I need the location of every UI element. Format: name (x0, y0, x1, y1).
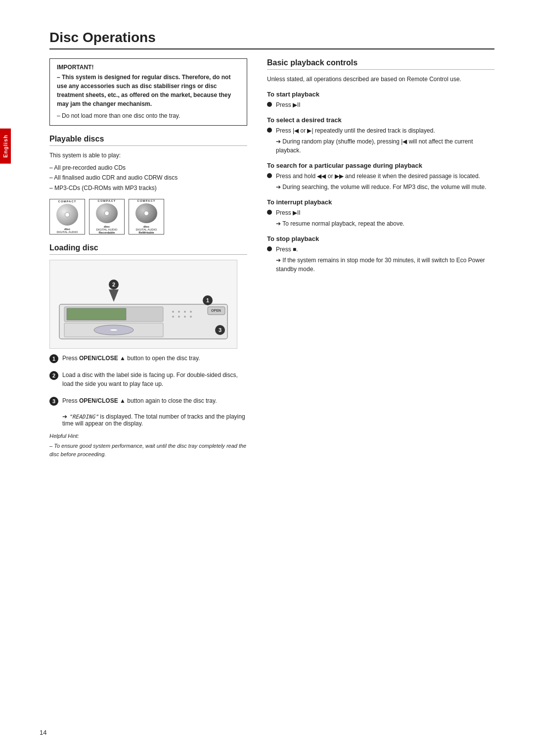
stop-playback-row: Press ■. (267, 245, 494, 254)
bullet-dot (267, 173, 272, 178)
select-track-row: Press |◀ or ▶| repeatedly until the desi… (267, 126, 494, 135)
page-title: Disc Operations (49, 30, 494, 49)
start-playback-section: To start playback Press ▶II (267, 91, 494, 109)
disc-images: COMPACT discDIGITAL AUDIO COMPACT discDI… (49, 199, 247, 235)
svg-marker-14 (109, 289, 119, 302)
stop-playback-title: To stop playback (267, 235, 494, 242)
helpful-hint: Helpful Hint: – To ensure good system pe… (49, 432, 247, 459)
left-column: IMPORTANT! – This system is designed for… (49, 58, 247, 468)
svg-point-7 (172, 316, 174, 318)
bullet-dot (267, 102, 272, 107)
search-passage-text: Press and hold ◀◀ or ▶▶ and release it w… (276, 172, 480, 181)
svg-point-9 (184, 316, 186, 318)
right-column: Basic playback controls Unless stated, a… (267, 58, 494, 468)
svg-point-10 (190, 316, 192, 318)
interrupt-playback-title: To interrupt playback (267, 198, 494, 206)
loading-disc-section: Loading disc (49, 243, 247, 459)
main-content: IMPORTANT! – This system is designed for… (49, 58, 494, 468)
start-playback-text: Press ▶II (276, 100, 301, 109)
bullet-dot (267, 128, 272, 133)
svg-text:1: 1 (206, 297, 209, 303)
search-passage-title: To search for a particular passage durin… (267, 162, 494, 169)
bullet-dot (267, 210, 272, 215)
list-item: All finalised audio CDR and audio CDRW d… (49, 173, 247, 183)
loading-steps-list: 1 Press OPEN/CLOSE ▲ button to open the … (49, 354, 247, 408)
interrupt-playback-section: To interrupt playback Press ▶II To resum… (267, 198, 494, 228)
svg-point-13 (110, 329, 118, 331)
search-passage-note: During searching, the volume will reduce… (276, 183, 494, 191)
loading-disc-heading: Loading disc (49, 243, 247, 255)
disc-graphic-2 (96, 203, 118, 223)
start-playback-row: Press ▶II (267, 100, 494, 109)
list-item: 3 Press OPEN/CLOSE ▲ button again to clo… (49, 396, 247, 408)
list-item: All pre-recorded audio CDs (49, 163, 247, 173)
bullet-dot (267, 246, 272, 251)
page: English Disc Operations IMPORTANT! – Thi… (0, 0, 534, 756)
important-title: IMPORTANT! (57, 64, 240, 71)
important-text-2: – Do not load more than one disc onto th… (57, 111, 240, 120)
svg-text:OPEN: OPEN (211, 309, 221, 312)
basic-playback-intro: Unless stated, all operations described … (267, 75, 494, 84)
svg-rect-2 (67, 308, 126, 320)
select-track-section: To select a desired track Press |◀ or ▶|… (267, 116, 494, 155)
svg-point-4 (178, 311, 180, 313)
playable-discs-intro: This system is able to play: (49, 151, 247, 160)
playable-discs-list: All pre-recorded audio CDs All finalised… (49, 163, 247, 193)
playable-discs-heading: Playable discs (49, 135, 247, 146)
interrupt-playback-text: Press ▶II (276, 208, 301, 217)
select-track-note: During random play (shuffle mode), press… (276, 137, 494, 155)
list-item: MP3-CDs (CD-ROMs with MP3 tracks) (49, 183, 247, 193)
basic-playback-heading: Basic playback controls (267, 58, 494, 70)
stop-playback-text: Press ■. (276, 245, 298, 254)
interrupt-playback-note: To resume normal playback, repeat the ab… (276, 219, 494, 228)
list-item: 2 Load a disc with the label side is fac… (49, 371, 247, 391)
disc-type-3: COMPACT discDIGITAL AUDIOReWritable (129, 199, 164, 235)
basic-playback-section: Basic playback controls Unless stated, a… (267, 58, 494, 274)
svg-text:2: 2 (112, 282, 115, 287)
svg-text:3: 3 (219, 327, 222, 333)
stop-playback-section: To stop playback Press ■. If the system … (267, 235, 494, 274)
svg-point-6 (190, 311, 192, 313)
important-text-1: – This system is designed for regular di… (57, 73, 240, 108)
disc-type-1: COMPACT discDIGITAL AUDIO (49, 199, 85, 235)
disc-graphic-1 (56, 204, 78, 226)
interrupt-playback-row: Press ▶II (267, 208, 494, 217)
reading-note: "READING" is displayed. The total number… (62, 413, 247, 427)
disc-graphic-3 (135, 203, 157, 223)
important-box: IMPORTANT! – This system is designed for… (49, 58, 247, 126)
device-svg: 2 OPEN 3 1 (54, 265, 232, 344)
start-playback-title: To start playback (267, 91, 494, 98)
disc-type-2: COMPACT discDIGITAL AUDIORecordable (89, 199, 125, 235)
playable-discs-section: Playable discs This system is able to pl… (49, 135, 247, 235)
list-item: 1 Press OPEN/CLOSE ▲ button to open the … (49, 354, 247, 366)
page-number: 14 (40, 729, 46, 736)
loading-disc-image: 2 OPEN 3 1 (49, 260, 237, 349)
svg-point-5 (184, 311, 186, 313)
stop-playback-note: If the system remains in stop mode for 3… (276, 256, 494, 274)
select-track-text: Press |◀ or ▶| repeatedly until the desi… (276, 126, 435, 135)
svg-point-3 (172, 311, 174, 313)
search-passage-row: Press and hold ◀◀ or ▶▶ and release it w… (267, 172, 494, 181)
select-track-title: To select a desired track (267, 116, 494, 124)
svg-point-8 (178, 316, 180, 318)
search-passage-section: To search for a particular passage durin… (267, 162, 494, 191)
sidebar-english-tab: English (0, 129, 11, 164)
